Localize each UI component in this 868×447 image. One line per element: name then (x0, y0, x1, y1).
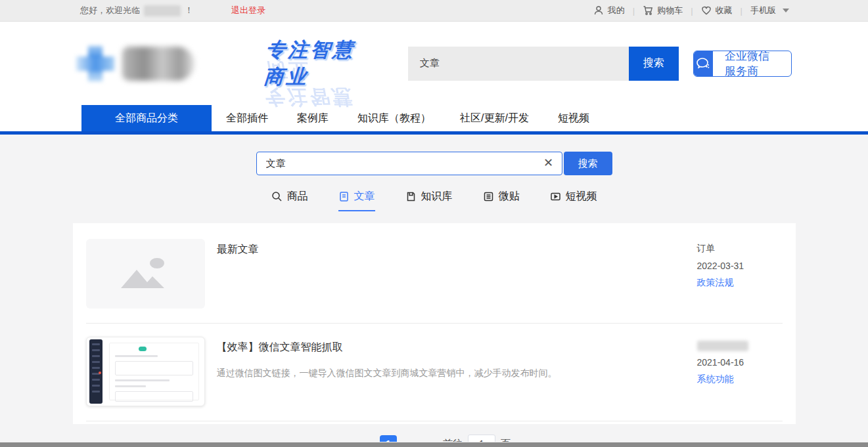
wechat-service-badge[interactable]: 企业微信服务商 (693, 51, 792, 77)
header-search-button[interactable]: 搜索 (629, 47, 679, 81)
results-card: 最新文章 订单 2022-03-31 政策法规 (73, 223, 796, 424)
greeting-suffix: ！ (185, 5, 193, 16)
tab-articles[interactable]: 文章 (338, 190, 375, 211)
result-tabs: 商品 文章 知识库 微贴 短视频 (0, 190, 868, 211)
result-title[interactable]: 【效率】微信文章智能抓取 (217, 341, 677, 354)
result-tag-link[interactable]: 系统功能 (697, 373, 783, 385)
cart-label: 购物车 (657, 5, 683, 16)
post-icon (483, 191, 494, 202)
logo-shape (76, 56, 114, 71)
tab-label: 知识库 (421, 190, 453, 203)
user-icon (593, 5, 604, 16)
filter-search-row: ✕ 搜索 (0, 152, 868, 175)
nav-item-short-video[interactable]: 短视频 (543, 105, 604, 131)
my-account-link[interactable]: 我的 (593, 5, 625, 16)
scrollbar-thumb[interactable] (0, 442, 868, 447)
wechat-work-icon (694, 51, 713, 77)
nav-item-case-library[interactable]: 案例库 (283, 105, 343, 131)
result-body: 【效率】微信文章智能抓取 通过微信图文链接，一键导入微信图文文章到商城文章营销中… (205, 337, 697, 406)
result-title[interactable]: 最新文章 (217, 243, 677, 257)
divider: | (691, 6, 693, 16)
result-thumbnail (86, 337, 205, 406)
tab-knowledge-base[interactable]: 知识库 (405, 190, 453, 211)
my-account-label: 我的 (608, 5, 625, 16)
tab-label: 微贴 (499, 190, 520, 203)
redacted-logo-text (122, 47, 194, 81)
knowledge-icon (405, 191, 417, 202)
slogan-wrap: 专注智慧商业 专注智慧商业 (265, 37, 365, 91)
cart-link[interactable]: 购物车 (643, 5, 683, 16)
result-body: 最新文章 (205, 239, 697, 309)
cart-icon (643, 5, 653, 16)
nav-item-knowledge-base[interactable]: 知识库（教程） (343, 105, 445, 131)
thumb-admin-sidebar (89, 339, 103, 404)
result-item[interactable]: 最新文章 订单 2022-03-31 政策法规 (86, 226, 783, 324)
filter-search-button[interactable]: 搜索 (564, 152, 612, 175)
video-icon (550, 191, 561, 202)
topbar-greeting: 您好，欢迎光临 ！ 退出登录 (80, 5, 265, 16)
nav-item-all-categories[interactable]: 全部商品分类 (81, 105, 212, 131)
thumb-admin-form (109, 343, 199, 400)
nav-item-community[interactable]: 社区/更新/开发 (445, 105, 543, 131)
result-tag-link[interactable]: 政策法规 (697, 277, 783, 289)
result-date: 2022-03-31 (697, 261, 783, 271)
heart-icon (701, 5, 712, 16)
result-description: 通过微信图文链接，一键导入微信图文文章到商城文章营销中，减少手动发布时间。 (217, 366, 677, 380)
topbar: 您好，欢迎光临 ！ 退出登录 我的 | 购物车 | 收藏 | 手机版 (0, 0, 868, 22)
main-nav: 全部商品分类 全部插件 案例库 知识库（教程） 社区/更新/开发 短视频 (0, 105, 868, 131)
site-slogan: 专注智慧商业 (263, 37, 367, 91)
divider: | (633, 6, 635, 16)
mobile-version-label: 手机版 (750, 5, 776, 16)
site-logo[interactable] (76, 45, 249, 83)
site-header: 专注智慧商业 专注智慧商业 搜索 企业微信服务商 (0, 22, 868, 105)
tab-short-videos[interactable]: 短视频 (550, 190, 597, 211)
greeting-prefix: 您好，欢迎光临 (80, 5, 140, 16)
header-search: 搜索 (408, 47, 679, 81)
article-icon (338, 191, 350, 202)
favorites-label: 收藏 (716, 5, 733, 16)
wechat-service-label: 企业微信服务商 (713, 51, 791, 77)
search-icon (271, 191, 283, 202)
tab-label: 文章 (354, 190, 375, 203)
main-content: ✕ 搜索 商品 文章 知识库 微贴 短视频 (0, 135, 868, 447)
result-date: 2021-04-16 (697, 357, 783, 368)
result-meta: 订单 2022-03-31 政策法规 (697, 239, 783, 309)
filter-search-input[interactable] (256, 152, 562, 175)
divider: | (741, 6, 742, 16)
redacted-category (697, 341, 748, 351)
horizontal-scrollbar[interactable] (0, 442, 868, 447)
favorites-link[interactable]: 收藏 (701, 5, 733, 16)
tab-label: 商品 (287, 190, 308, 203)
clear-icon[interactable]: ✕ (543, 157, 555, 169)
placeholder-image-icon (86, 239, 205, 309)
logout-link[interactable]: 退出登录 (231, 5, 265, 16)
chevron-down-icon (783, 9, 789, 12)
nav-item-all-plugins[interactable]: 全部插件 (212, 105, 283, 131)
result-category: 订单 (697, 243, 783, 255)
result-item[interactable]: 【效率】微信文章智能抓取 通过微信图文链接，一键导入微信图文文章到商城文章营销中… (86, 324, 783, 421)
redacted-username (144, 5, 181, 16)
tab-label: 短视频 (566, 190, 597, 203)
logo-mark-blurred (76, 45, 116, 83)
topbar-menu: 我的 | 购物车 | 收藏 | 手机版 (593, 5, 789, 16)
mobile-version-menu[interactable]: 手机版 (750, 5, 789, 16)
tab-micro-posts[interactable]: 微贴 (483, 190, 520, 211)
result-meta: 2021-04-16 系统功能 (697, 337, 783, 406)
tab-products[interactable]: 商品 (271, 190, 308, 211)
header-search-input[interactable] (408, 47, 629, 81)
